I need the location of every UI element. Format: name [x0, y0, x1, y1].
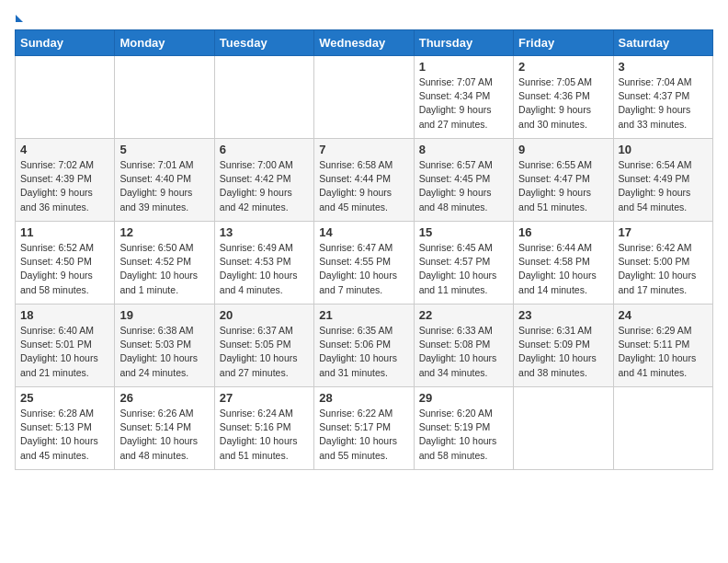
- day-number: 21: [319, 308, 408, 322]
- calendar-cell: 8Sunrise: 6:57 AM Sunset: 4:45 PM Daylig…: [414, 139, 513, 222]
- day-number: 17: [619, 225, 708, 239]
- day-number: 16: [518, 225, 608, 239]
- calendar-cell: 15Sunrise: 6:45 AM Sunset: 4:57 PM Dayli…: [414, 222, 513, 304]
- calendar-week-row: 18Sunrise: 6:40 AM Sunset: 5:01 PM Dayli…: [16, 304, 713, 387]
- calendar-cell: [613, 387, 712, 470]
- day-number: 25: [20, 391, 109, 405]
- day-info: Sunrise: 6:38 AM Sunset: 5:03 PM Dayligh…: [119, 324, 209, 380]
- day-info: Sunrise: 6:24 AM Sunset: 5:16 PM Dayligh…: [220, 407, 309, 463]
- calendar-cell: 21Sunrise: 6:35 AM Sunset: 5:06 PM Dayli…: [314, 304, 414, 387]
- calendar-week-row: 11Sunrise: 6:52 AM Sunset: 4:50 PM Dayli…: [16, 222, 713, 304]
- calendar-cell: [514, 387, 613, 470]
- calendar-cell: 14Sunrise: 6:47 AM Sunset: 4:55 PM Dayli…: [314, 222, 414, 304]
- day-number: 20: [220, 308, 309, 322]
- calendar-cell: 12Sunrise: 6:50 AM Sunset: 4:52 PM Dayli…: [115, 222, 214, 304]
- day-info: Sunrise: 7:04 AM Sunset: 4:37 PM Dayligh…: [619, 75, 708, 132]
- day-info: Sunrise: 7:02 AM Sunset: 4:39 PM Dayligh…: [20, 158, 109, 214]
- calendar-week-row: 4Sunrise: 7:02 AM Sunset: 4:39 PM Daylig…: [16, 139, 713, 222]
- calendar-cell: 29Sunrise: 6:20 AM Sunset: 5:19 PM Dayli…: [414, 387, 513, 470]
- day-info: Sunrise: 6:58 AM Sunset: 4:44 PM Dayligh…: [319, 158, 408, 214]
- day-info: Sunrise: 6:20 AM Sunset: 5:19 PM Dayligh…: [419, 407, 508, 463]
- calendar-cell: 13Sunrise: 6:49 AM Sunset: 4:53 PM Dayli…: [214, 222, 313, 304]
- logo: [15, 15, 24, 22]
- day-info: Sunrise: 6:29 AM Sunset: 5:11 PM Dayligh…: [619, 324, 708, 380]
- calendar-cell: 11Sunrise: 6:52 AM Sunset: 4:50 PM Dayli…: [16, 222, 115, 304]
- day-info: Sunrise: 6:40 AM Sunset: 5:01 PM Dayligh…: [20, 324, 109, 380]
- calendar-cell: 6Sunrise: 7:00 AM Sunset: 4:42 PM Daylig…: [214, 139, 313, 222]
- calendar-cell: 23Sunrise: 6:31 AM Sunset: 5:09 PM Dayli…: [514, 304, 613, 387]
- day-info: Sunrise: 6:28 AM Sunset: 5:13 PM Dayligh…: [20, 407, 109, 463]
- calendar-week-row: 25Sunrise: 6:28 AM Sunset: 5:13 PM Dayli…: [16, 387, 713, 470]
- day-info: Sunrise: 6:49 AM Sunset: 4:53 PM Dayligh…: [220, 241, 309, 297]
- day-info: Sunrise: 6:55 AM Sunset: 4:47 PM Dayligh…: [518, 158, 608, 214]
- day-info: Sunrise: 6:33 AM Sunset: 5:08 PM Dayligh…: [419, 324, 508, 380]
- day-number: 13: [220, 225, 309, 239]
- day-number: 5: [119, 143, 209, 156]
- day-number: 1: [419, 60, 508, 74]
- day-number: 3: [619, 60, 708, 74]
- day-number: 14: [319, 225, 408, 239]
- day-info: Sunrise: 6:52 AM Sunset: 4:50 PM Dayligh…: [20, 241, 109, 297]
- calendar-body: 1Sunrise: 7:07 AM Sunset: 4:34 PM Daylig…: [16, 56, 713, 470]
- calendar-cell: 1Sunrise: 7:07 AM Sunset: 4:34 PM Daylig…: [414, 56, 513, 139]
- calendar-cell: 10Sunrise: 6:54 AM Sunset: 4:49 PM Dayli…: [613, 139, 712, 222]
- day-info: Sunrise: 6:42 AM Sunset: 5:00 PM Dayligh…: [619, 241, 708, 297]
- calendar-cell: 24Sunrise: 6:29 AM Sunset: 5:11 PM Dayli…: [613, 304, 712, 387]
- day-number: 22: [419, 308, 508, 322]
- calendar-cell: 2Sunrise: 7:05 AM Sunset: 4:36 PM Daylig…: [514, 56, 613, 139]
- weekday-header-row: SundayMondayTuesdayWednesdayThursdayFrid…: [16, 30, 713, 56]
- calendar-cell: [214, 56, 313, 139]
- calendar-cell: 28Sunrise: 6:22 AM Sunset: 5:17 PM Dayli…: [314, 387, 414, 470]
- calendar-cell: [16, 56, 115, 139]
- day-number: 15: [419, 225, 508, 239]
- weekday-header-cell: Thursday: [414, 30, 513, 56]
- weekday-header-cell: Tuesday: [214, 30, 313, 56]
- day-number: 23: [518, 308, 608, 322]
- day-number: 2: [518, 60, 608, 74]
- day-info: Sunrise: 6:37 AM Sunset: 5:05 PM Dayligh…: [220, 324, 309, 380]
- page-header: [15, 15, 713, 22]
- day-number: 12: [119, 225, 209, 239]
- calendar-cell: 16Sunrise: 6:44 AM Sunset: 4:58 PM Dayli…: [514, 222, 613, 304]
- logo-triangle-icon: [16, 15, 23, 22]
- calendar-cell: 20Sunrise: 6:37 AM Sunset: 5:05 PM Dayli…: [214, 304, 313, 387]
- calendar-cell: 17Sunrise: 6:42 AM Sunset: 5:00 PM Dayli…: [613, 222, 712, 304]
- calendar-cell: 22Sunrise: 6:33 AM Sunset: 5:08 PM Dayli…: [414, 304, 513, 387]
- calendar-cell: 18Sunrise: 6:40 AM Sunset: 5:01 PM Dayli…: [16, 304, 115, 387]
- day-number: 24: [619, 308, 708, 322]
- day-info: Sunrise: 6:22 AM Sunset: 5:17 PM Dayligh…: [319, 407, 408, 463]
- day-number: 28: [319, 391, 408, 405]
- day-info: Sunrise: 6:57 AM Sunset: 4:45 PM Dayligh…: [419, 158, 508, 214]
- day-number: 19: [119, 308, 209, 322]
- calendar-cell: 19Sunrise: 6:38 AM Sunset: 5:03 PM Dayli…: [115, 304, 214, 387]
- day-info: Sunrise: 6:54 AM Sunset: 4:49 PM Dayligh…: [619, 158, 708, 214]
- day-info: Sunrise: 7:01 AM Sunset: 4:40 PM Dayligh…: [119, 158, 209, 214]
- day-number: 9: [518, 143, 608, 156]
- day-info: Sunrise: 6:44 AM Sunset: 4:58 PM Dayligh…: [518, 241, 608, 297]
- calendar-cell: 25Sunrise: 6:28 AM Sunset: 5:13 PM Dayli…: [16, 387, 115, 470]
- weekday-header-cell: Saturday: [613, 30, 712, 56]
- day-number: 4: [20, 143, 109, 156]
- day-info: Sunrise: 6:50 AM Sunset: 4:52 PM Dayligh…: [119, 241, 209, 297]
- weekday-header-cell: Sunday: [16, 30, 115, 56]
- calendar-cell: [115, 56, 214, 139]
- day-number: 11: [20, 225, 109, 239]
- calendar-cell: 3Sunrise: 7:04 AM Sunset: 4:37 PM Daylig…: [613, 56, 712, 139]
- calendar-cell: 7Sunrise: 6:58 AM Sunset: 4:44 PM Daylig…: [314, 139, 414, 222]
- day-number: 27: [220, 391, 309, 405]
- day-number: 26: [119, 391, 209, 405]
- day-info: Sunrise: 7:07 AM Sunset: 4:34 PM Dayligh…: [419, 75, 508, 132]
- calendar-cell: [314, 56, 414, 139]
- calendar-week-row: 1Sunrise: 7:07 AM Sunset: 4:34 PM Daylig…: [16, 56, 713, 139]
- calendar-table: SundayMondayTuesdayWednesdayThursdayFrid…: [15, 29, 713, 470]
- day-number: 18: [20, 308, 109, 322]
- day-info: Sunrise: 7:00 AM Sunset: 4:42 PM Dayligh…: [220, 158, 309, 214]
- day-info: Sunrise: 6:45 AM Sunset: 4:57 PM Dayligh…: [419, 241, 508, 297]
- day-info: Sunrise: 6:31 AM Sunset: 5:09 PM Dayligh…: [518, 324, 608, 380]
- day-info: Sunrise: 6:47 AM Sunset: 4:55 PM Dayligh…: [319, 241, 408, 297]
- day-info: Sunrise: 6:35 AM Sunset: 5:06 PM Dayligh…: [319, 324, 408, 380]
- day-info: Sunrise: 6:26 AM Sunset: 5:14 PM Dayligh…: [119, 407, 209, 463]
- day-info: Sunrise: 7:05 AM Sunset: 4:36 PM Dayligh…: [518, 75, 608, 132]
- calendar-cell: 26Sunrise: 6:26 AM Sunset: 5:14 PM Dayli…: [115, 387, 214, 470]
- day-number: 8: [419, 143, 508, 156]
